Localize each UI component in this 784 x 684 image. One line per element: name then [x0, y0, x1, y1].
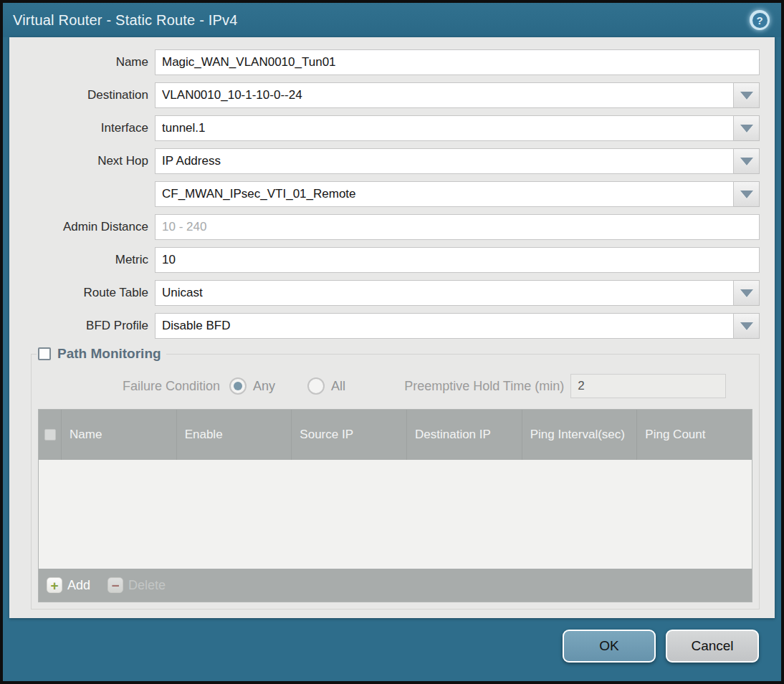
form-row-admin-distance: Admin Distance — [9, 214, 760, 240]
bfd-profile-dropdown-button[interactable] — [734, 313, 760, 339]
destination-label: Destination — [9, 82, 155, 108]
next-hop-label: Next Hop — [9, 148, 155, 174]
destination-input[interactable] — [155, 82, 734, 108]
select-all-checkbox[interactable] — [44, 429, 56, 440]
chevron-down-icon — [740, 191, 753, 198]
form-row-route-table: Route Table — [9, 280, 760, 306]
form-row-name: Name — [9, 49, 760, 75]
radio-any-label: Any — [253, 379, 275, 394]
radio-any[interactable] — [229, 377, 247, 395]
next-hop-address-input[interactable] — [155, 181, 734, 207]
column-header-enable: Enable — [177, 410, 292, 460]
radio-all-label: All — [331, 379, 345, 394]
table-empty-body — [39, 460, 752, 569]
form-row-destination: Destination — [9, 82, 760, 108]
ok-button[interactable]: OK — [563, 630, 656, 663]
preemptive-hold-time-input[interactable] — [570, 374, 726, 398]
table-header-row: Name Enable Source IP Destination IP Pin… — [39, 410, 752, 460]
failure-condition-row: Failure Condition Any All Preemptive Hol… — [38, 374, 752, 398]
bottom-button-bar: OK Cancel — [3, 618, 781, 681]
column-header-name: Name — [62, 410, 177, 460]
chevron-down-icon — [740, 158, 753, 165]
failure-condition-label: Failure Condition — [123, 379, 220, 394]
table-footer-bar: + Add − Delete — [39, 569, 752, 602]
path-monitoring-title: Path Monitoring — [57, 346, 161, 362]
admin-distance-label: Admin Distance — [9, 214, 155, 240]
route-table-dropdown-button[interactable] — [734, 280, 760, 306]
metric-label: Metric — [9, 247, 155, 273]
help-icon[interactable]: ? — [750, 10, 770, 30]
column-header-ping-interval: Ping Interval(sec) — [522, 410, 638, 460]
next-hop-type-input[interactable] — [155, 148, 734, 174]
chevron-down-icon — [740, 92, 753, 100]
delete-button[interactable]: − Delete — [107, 577, 166, 593]
path-monitoring-table: Name Enable Source IP Destination IP Pin… — [38, 409, 752, 602]
column-header-destination-ip: Destination IP — [407, 410, 522, 460]
name-input[interactable] — [155, 49, 760, 75]
plus-icon: + — [47, 577, 62, 593]
bfd-profile-label: BFD Profile — [9, 313, 155, 339]
dialog-title: Virtual Router - Static Route - IPv4 — [13, 12, 238, 29]
name-label: Name — [9, 49, 155, 75]
dialog-body: Name Destination Interface — [9, 37, 775, 618]
add-button[interactable]: + Add — [47, 577, 90, 593]
route-table-label: Route Table — [9, 280, 155, 306]
chevron-down-icon — [740, 322, 753, 330]
metric-input[interactable] — [155, 247, 760, 273]
help-icon-glyph: ? — [752, 13, 768, 28]
form-row-bfd-profile: BFD Profile — [9, 313, 760, 339]
static-route-form: Name Destination Interface — [9, 37, 775, 339]
column-header-source-ip: Source IP — [292, 410, 407, 460]
radio-all[interactable] — [307, 377, 325, 395]
cancel-button[interactable]: Cancel — [666, 630, 759, 663]
path-monitoring-section: Path Monitoring Failure Condition Any Al… — [31, 346, 760, 610]
static-route-dialog: Virtual Router - Static Route - IPv4 ? N… — [0, 0, 784, 684]
form-row-metric: Metric — [9, 247, 760, 273]
route-table-input[interactable] — [155, 280, 734, 306]
preemptive-hold-time-label: Preemptive Hold Time (min) — [404, 379, 564, 394]
next-hop-type-dropdown-button[interactable] — [734, 148, 760, 174]
interface-label: Interface — [9, 115, 155, 141]
chevron-down-icon — [740, 125, 753, 133]
admin-distance-input[interactable] — [155, 214, 760, 240]
destination-dropdown-button[interactable] — [734, 82, 760, 108]
chevron-down-icon — [740, 289, 753, 297]
path-monitoring-legend: Path Monitoring — [37, 346, 166, 362]
interface-dropdown-button[interactable] — [734, 115, 760, 141]
bfd-profile-input[interactable] — [155, 313, 734, 339]
radio-selected-dot-icon — [234, 382, 242, 390]
delete-button-label: Delete — [128, 578, 166, 593]
minus-icon: − — [107, 577, 123, 593]
table-header-checkbox-cell — [39, 410, 62, 460]
path-monitoring-checkbox[interactable] — [38, 347, 51, 360]
interface-input[interactable] — [155, 115, 734, 141]
add-button-label: Add — [67, 578, 90, 593]
title-bar: Virtual Router - Static Route - IPv4 ? — [3, 3, 781, 37]
next-hop-address-dropdown-button[interactable] — [734, 181, 760, 207]
form-row-next-hop: Next Hop — [9, 148, 760, 174]
form-row-next-hop-value — [9, 181, 760, 207]
form-row-interface: Interface — [9, 115, 760, 141]
column-header-ping-count: Ping Count — [637, 410, 752, 460]
